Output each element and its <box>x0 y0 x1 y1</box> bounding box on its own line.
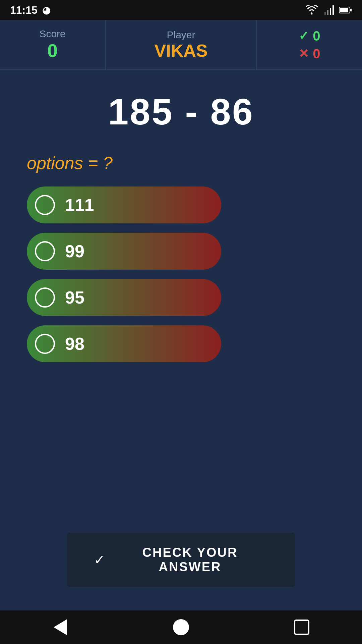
svg-marker-4 <box>324 12 326 15</box>
recents-icon <box>294 620 309 635</box>
option-4[interactable]: 98 <box>27 325 221 362</box>
correct-count: 0 <box>313 29 320 44</box>
score-value: 0 <box>47 40 58 61</box>
check-button-container: ✓ CHECK YOUR ANSWER <box>27 533 335 597</box>
player-label: Player <box>167 29 195 41</box>
option-1[interactable]: 111 <box>27 186 221 223</box>
wrong-count: 0 <box>313 46 320 61</box>
cross-icon: ✕ <box>299 47 309 61</box>
score-label: Score <box>39 28 65 40</box>
option-2[interactable]: 99 <box>27 233 221 270</box>
player-section: Player VIKAS <box>106 20 257 69</box>
options-list: 111 99 95 98 <box>27 186 335 362</box>
radio-1 <box>35 195 55 215</box>
bottom-nav <box>0 610 362 644</box>
svg-marker-3 <box>327 10 328 15</box>
status-bar: 11:15 ◕ <box>0 0 362 20</box>
score-section: Score 0 <box>0 20 106 69</box>
radio-2 <box>35 241 55 261</box>
svg-point-0 <box>311 13 313 15</box>
header: Score 0 Player VIKAS ✓ 0 ✕ 0 <box>0 20 362 70</box>
signal-icon <box>323 5 334 15</box>
back-icon <box>54 619 67 635</box>
battery-icon <box>339 6 352 14</box>
recents-button[interactable] <box>288 617 315 637</box>
option-1-text: 111 <box>65 195 94 215</box>
main-content: 185 - 86 options = ? 111 99 95 98 ✓ CHEC… <box>0 70 362 610</box>
check-answer-icon: ✓ <box>94 552 105 568</box>
question-text: 185 - 86 <box>108 90 254 133</box>
options-label: options = ? <box>27 153 113 173</box>
back-button[interactable] <box>47 617 74 637</box>
wrong-stat: ✕ 0 <box>299 46 320 61</box>
stats-section: ✓ 0 ✕ 0 <box>257 20 362 69</box>
option-2-text: 99 <box>65 241 84 261</box>
svg-rect-7 <box>350 9 352 11</box>
wifi-icon <box>306 5 318 15</box>
check-mark-icon: ✓ <box>299 29 309 43</box>
home-button[interactable] <box>168 617 194 637</box>
notification-icon: ◕ <box>42 5 50 16</box>
svg-rect-6 <box>340 8 348 12</box>
svg-marker-1 <box>333 5 334 15</box>
radio-4 <box>35 334 55 354</box>
correct-stat: ✓ 0 <box>299 29 320 44</box>
status-time: 11:15 <box>10 4 38 16</box>
check-answer-button[interactable]: ✓ CHECK YOUR ANSWER <box>67 533 295 587</box>
option-3-text: 95 <box>65 287 84 308</box>
svg-marker-2 <box>330 8 331 15</box>
player-name: VIKAS <box>155 41 208 61</box>
option-4-text: 98 <box>65 334 84 354</box>
radio-3 <box>35 287 55 308</box>
option-3[interactable]: 95 <box>27 279 221 316</box>
check-answer-label: CHECK YOUR ANSWER <box>112 545 268 574</box>
home-icon <box>173 619 189 635</box>
